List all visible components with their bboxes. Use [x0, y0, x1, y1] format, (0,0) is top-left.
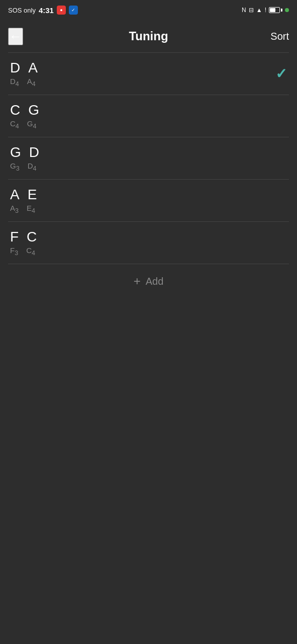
back-arrow: ←	[9, 29, 22, 44]
tuning-item[interactable]: C G C4 G4	[0, 95, 297, 137]
note-letter-2: E	[28, 187, 37, 203]
add-button[interactable]: + Add	[0, 264, 297, 298]
note-letter-1: G	[10, 144, 21, 160]
note-octave-2: A4	[27, 77, 36, 88]
note-octave-1: D4	[10, 77, 19, 88]
tuning-notes: G D G3 D4	[10, 144, 39, 172]
tuning-item[interactable]: G D G3 D4	[0, 137, 297, 179]
sos-text: SOS only	[8, 7, 36, 14]
nfc-icon: N	[242, 7, 246, 14]
app-header: ← Tuning Sort	[0, 20, 297, 52]
tuning-notes: D A D4 A4	[10, 60, 38, 88]
note-octave-2: E4	[27, 204, 35, 214]
green-dot	[285, 8, 289, 12]
status-icon-blue: ✓	[69, 6, 78, 15]
status-right: N ⊟ ▲ !	[242, 7, 289, 14]
tuning-list: D A D4 A4 ✓ C G C4 G4	[0, 53, 297, 264]
sort-button[interactable]: Sort	[270, 31, 289, 42]
note-octave-1: F3	[10, 246, 18, 257]
note-octave-2: C4	[26, 246, 35, 257]
status-time: 4:31	[39, 6, 54, 15]
notes-sub: D4 A4	[10, 77, 38, 88]
note-letter-1: F	[10, 229, 19, 245]
notes-sub: F3 C4	[10, 246, 37, 257]
notes-sub: A3 E4	[10, 204, 37, 214]
back-button[interactable]: ←	[8, 28, 23, 45]
tuning-notes: A E A3 E4	[10, 187, 37, 214]
tuning-notes: C G C4 G4	[10, 102, 39, 130]
status-bar: SOS only 4:31 ● ✓ N ⊟ ▲ !	[0, 0, 297, 20]
battery-icon	[269, 7, 282, 13]
notes-sub: G3 D4	[10, 162, 39, 172]
note-letter-1: D	[10, 60, 20, 76]
add-label: Add	[146, 276, 164, 287]
vibrate-icon: ⊟	[249, 7, 254, 14]
signal-icon: !	[265, 7, 266, 14]
note-octave-2: D4	[28, 162, 37, 172]
selected-check-icon: ✓	[275, 65, 287, 82]
tuning-notes: F C F3 C4	[10, 229, 37, 257]
notes-main: A E	[10, 187, 37, 203]
note-letter-2: A	[28, 60, 38, 76]
status-left: SOS only 4:31 ● ✓	[8, 6, 78, 15]
note-octave-1: C4	[10, 119, 19, 130]
note-octave-2: G4	[27, 119, 37, 130]
page-title: Tuning	[129, 29, 168, 43]
notes-sub: C4 G4	[10, 119, 39, 130]
note-letter-1: C	[10, 102, 20, 118]
status-icon-red: ●	[57, 6, 66, 15]
note-letter-2: D	[29, 144, 39, 160]
tuning-item[interactable]: A E A3 E4	[0, 180, 297, 221]
notes-main: D A	[10, 60, 38, 76]
wifi-icon: ▲	[256, 7, 262, 14]
tuning-item[interactable]: D A D4 A4 ✓	[0, 53, 297, 95]
add-plus-icon: +	[134, 274, 141, 288]
tuning-item[interactable]: F C F3 C4	[0, 222, 297, 264]
notes-main: F C	[10, 229, 37, 245]
notes-main: C G	[10, 102, 39, 118]
note-letter-1: A	[10, 187, 20, 203]
note-letter-2: C	[27, 229, 37, 245]
note-octave-1: G3	[10, 162, 20, 172]
notes-main: G D	[10, 144, 39, 160]
note-octave-1: A3	[10, 204, 19, 214]
note-letter-2: G	[28, 102, 39, 118]
